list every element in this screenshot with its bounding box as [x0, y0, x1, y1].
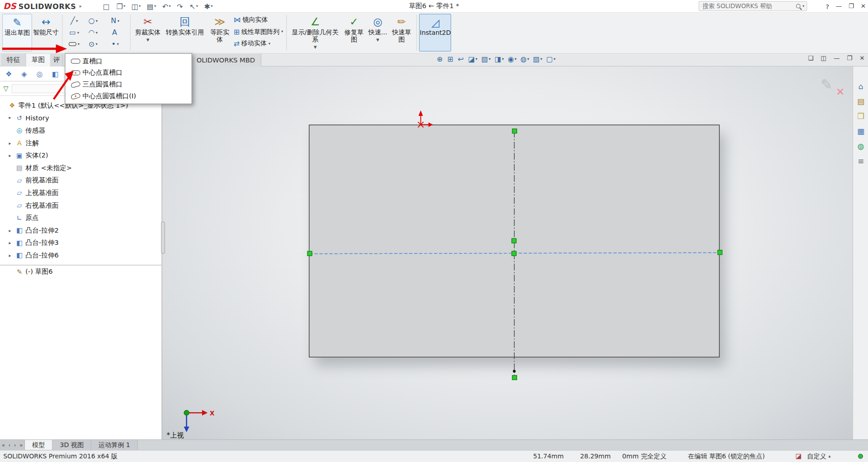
line-tool-icon[interactable]: ╱ ▾: [65, 15, 84, 27]
tree-item-front-plane[interactable]: ▱ 前视基准面: [0, 174, 162, 187]
tool-caret-icon[interactable]: ▾: [96, 30, 98, 35]
sketch-point-handle[interactable]: [512, 129, 517, 133]
tree-item-sensors[interactable]: ◎ 传感器: [0, 124, 162, 137]
options-gear-icon[interactable]: ✱ ▾: [203, 1, 214, 11]
menu-expand-icon[interactable]: ▸: [80, 3, 82, 9]
arc-tool-icon[interactable]: ◠ ▾: [84, 27, 103, 38]
mirror-entities-button[interactable]: ⋈ 镜向实体: [234, 15, 283, 24]
tab-3d-views[interactable]: 3D 视图: [53, 440, 92, 450]
tab-scroll-icon[interactable]: ‹: [9, 442, 11, 448]
custom-toolbar-button[interactable]: 自定义 ▴: [807, 451, 830, 462]
dropdown-caret-icon[interactable]: ▾: [514, 57, 516, 62]
tree-item-boss-extrude2[interactable]: ▸ ◧ 凸台-拉伸2: [0, 224, 162, 237]
rectangle-tool-icon[interactable]: ▭ ▾: [65, 27, 84, 38]
instant2d-button[interactable]: ◿ Instant2D: [419, 14, 451, 52]
expand-arrow-icon[interactable]: ▸: [9, 115, 15, 120]
dropdown-caret-icon[interactable]: ▾: [489, 57, 491, 62]
menu-item-3point-arc-slot[interactable]: 三点圆弧槽口: [65, 79, 191, 90]
select-icon[interactable]: ↖ ▾: [189, 1, 199, 11]
tab-scroll-icon[interactable]: ›: [14, 442, 16, 448]
open-icon[interactable]: ❐ ▾: [115, 1, 127, 11]
filter-funnel-icon[interactable]: ▽: [3, 85, 8, 92]
propertymanager-tab-icon[interactable]: ◈: [21, 70, 27, 78]
save-icon[interactable]: ◫ ▾: [130, 1, 142, 11]
zoom-area-icon[interactable]: ⊞: [446, 55, 455, 63]
confirmation-corner-cancel-icon[interactable]: ✕: [836, 86, 844, 98]
trim-entities-button[interactable]: ✂ 剪裁实体 ▼: [133, 14, 163, 52]
view-settings-icon[interactable]: ▢ ▾: [545, 55, 557, 63]
status-flag-icon[interactable]: ◪: [796, 451, 802, 462]
confirmation-corner-sketch-icon[interactable]: ✎: [821, 76, 833, 93]
section-view-icon[interactable]: ◪ ▾: [467, 55, 478, 63]
rapid-sketch-button[interactable]: ✏ 快速草图: [389, 14, 414, 52]
sketch-point-handle[interactable]: [511, 251, 516, 256]
restore-doc-icon[interactable]: ❐: [847, 55, 852, 62]
undo-icon[interactable]: ↶ ▾: [161, 1, 172, 11]
sketch-point-handle[interactable]: [512, 375, 517, 380]
quick-snaps-button[interactable]: ◎ 快速... ▼: [367, 14, 389, 52]
appearances-icon[interactable]: ◍: [858, 142, 864, 151]
resources-home-icon[interactable]: ⌂: [859, 82, 863, 91]
file-explorer-icon[interactable]: ❒: [857, 112, 864, 121]
sketch-point-handle[interactable]: [307, 251, 312, 256]
dropdown-caret-icon[interactable]: ▼: [376, 37, 379, 44]
search-icon[interactable]: [796, 4, 801, 9]
close-doc-icon[interactable]: ✕: [859, 55, 864, 62]
sketch-point-handle[interactable]: [511, 238, 516, 243]
repair-sketch-button[interactable]: ✓ 修复草图: [341, 14, 367, 52]
exit-sketch-button[interactable]: ✎ 退出草图: [2, 14, 32, 52]
dropdown-caret-icon[interactable]: ▾: [540, 57, 542, 62]
tree-item-sketch6[interactable]: ✎ (-) 草图6: [0, 265, 162, 277]
dropdown-caret-icon[interactable]: ▾: [154, 4, 156, 9]
tree-item-annotations[interactable]: ▸ A 注解: [0, 137, 162, 149]
featuremanager-tab-icon[interactable]: ❖: [5, 70, 12, 78]
tree-item-material[interactable]: ▤ 材质 <未指定>: [0, 162, 162, 175]
tab-features[interactable]: 特征: [1, 54, 26, 67]
smart-dimension-button[interactable]: ↔ 智能尺寸: [32, 14, 60, 52]
tool-caret-icon[interactable]: ▾: [76, 19, 78, 23]
tab-motion-study[interactable]: 运动算例 1: [91, 440, 138, 450]
view-orientation-icon[interactable]: ▧ ▾: [480, 55, 491, 63]
tab-sketch[interactable]: 草图: [26, 54, 51, 67]
expand-arrow-icon[interactable]: ▸: [9, 228, 15, 233]
sketch-point-handle[interactable]: [717, 250, 722, 255]
linear-pattern-button[interactable]: ⊞ 线性草图阵列 ▾: [234, 28, 283, 36]
print-icon[interactable]: ▤ ▾: [146, 1, 157, 11]
circle-tool-icon[interactable]: ○ ▾: [84, 15, 103, 27]
edit-appearance-icon[interactable]: ◍ ▾: [519, 55, 530, 63]
dropdown-caret-icon[interactable]: ▾: [169, 4, 170, 9]
design-library-icon[interactable]: ▤: [857, 97, 864, 106]
menu-item-centerpoint-straight-slot[interactable]: 中心点直槽口: [65, 67, 191, 79]
tree-item-right-plane[interactable]: ▱ 右视基准面: [0, 200, 162, 212]
expand-arrow-icon[interactable]: ▸: [9, 253, 15, 258]
tool-caret-icon[interactable]: ▾: [95, 42, 97, 46]
previous-view-icon[interactable]: ↩: [457, 55, 465, 63]
tree-item-boss-extrude6[interactable]: ▸ ◧ 凸台-拉伸6: [0, 249, 162, 262]
search-input[interactable]: [701, 2, 794, 10]
graphics-area[interactable]: X ✎ ✕ *上视: [162, 67, 853, 439]
search-box[interactable]: ▾: [698, 1, 807, 11]
tool-caret-icon[interactable]: ▾: [77, 30, 79, 35]
sketch-origin[interactable]: [418, 110, 433, 128]
dropdown-caret-icon[interactable]: ▾: [476, 57, 477, 62]
view-palette-icon[interactable]: ▦: [857, 127, 864, 136]
dropdown-caret-icon[interactable]: ▾: [527, 57, 529, 62]
tree-item-origin[interactable]: ∟ 原点: [0, 212, 162, 224]
move-entities-button[interactable]: ⇄ 移动实体 ▾: [234, 39, 283, 48]
display-style-icon[interactable]: ◨ ▾: [493, 55, 505, 63]
spline-tool-icon[interactable]: N ▾: [103, 15, 128, 27]
dropdown-caret-icon[interactable]: ▾: [269, 41, 270, 46]
tab-evaluate[interactable]: 评: [51, 54, 63, 67]
tree-item-boss-extrude3[interactable]: ▸ ◧ 凸台-拉伸3: [0, 237, 162, 250]
dropdown-caret-icon[interactable]: ▼: [314, 44, 317, 51]
new-document-icon[interactable]: □: [102, 1, 111, 11]
expand-arrow-icon[interactable]: ▸: [9, 153, 15, 158]
tab-solidworks-mbd[interactable]: OLIDWORKS MBD: [191, 54, 261, 67]
tile-windows-icon[interactable]: ◫: [821, 55, 826, 62]
point-tool-icon[interactable]: • ▾: [103, 38, 128, 50]
minimize-icon[interactable]: —: [836, 3, 842, 10]
panel-splitter-handle[interactable]: [161, 222, 165, 254]
expand-arrow-icon[interactable]: ▸: [9, 141, 15, 146]
tab-model[interactable]: 模型: [25, 440, 52, 450]
apply-scene-icon[interactable]: ▨ ▾: [532, 55, 543, 63]
